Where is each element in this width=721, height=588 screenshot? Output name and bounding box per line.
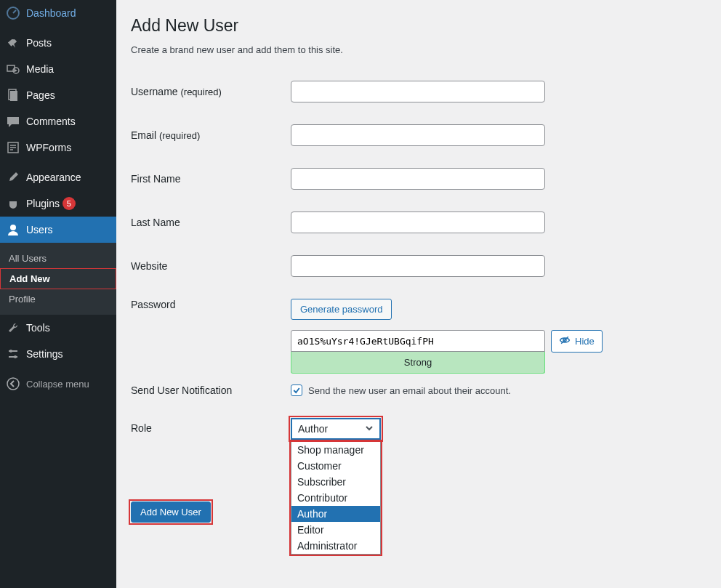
svg-point-14 [7, 378, 19, 390]
sidebar-label: Media [26, 63, 54, 75]
notification-text: Send the new user an email about their a… [308, 385, 511, 396]
sidebar-item-dashboard[interactable]: Dashboard [0, 0, 116, 26]
submenu-add-new[interactable]: Add New [0, 268, 116, 289]
label-website: Website [131, 260, 291, 272]
settings-icon [6, 347, 20, 361]
pages-icon [6, 88, 20, 102]
sidebar-label: Dashboard [26, 7, 76, 19]
role-select[interactable]: Author [291, 418, 381, 440]
plugin-icon [6, 196, 20, 211]
row-email: Email (required) [131, 113, 706, 157]
sidebar-item-settings[interactable]: Settings [0, 341, 116, 367]
sidebar-label: Settings [26, 348, 63, 360]
generate-password-button[interactable]: Generate password [291, 299, 392, 320]
sidebar-label: WPForms [26, 142, 71, 153]
sidebar-item-plugins[interactable]: Plugins 5 [0, 190, 116, 217]
sidebar-label: Users [26, 224, 53, 235]
row-username: Username (required) [131, 70, 706, 113]
comments-icon [6, 114, 20, 129]
row-website: Website [131, 244, 706, 288]
sidebar-label: Plugins [26, 198, 60, 209]
sidebar-item-posts[interactable]: Posts [0, 30, 116, 56]
role-option-administrator[interactable]: Administrator [291, 538, 380, 554]
sidebar-item-users[interactable]: Users [0, 217, 116, 243]
row-notification: Send User Notification Send the new user… [131, 374, 706, 407]
email-input[interactable] [291, 124, 545, 146]
role-dropdown: Shop manager Customer Subscriber Contrib… [291, 441, 381, 555]
sidebar-label: Appearance [26, 172, 81, 183]
sidebar-label: Tools [26, 322, 50, 334]
page-description: Create a brand new user and add them to … [131, 44, 706, 55]
row-password: Password Generate password [131, 288, 706, 320]
dashboard-icon [6, 6, 20, 20]
sidebar-item-pages[interactable]: Pages [0, 82, 116, 108]
main-content: Add New User Create a brand new user and… [116, 0, 721, 588]
svg-rect-4 [10, 91, 17, 101]
update-badge: 5 [63, 197, 76, 210]
lastname-input[interactable] [291, 212, 545, 233]
wpforms-icon [6, 140, 20, 155]
label-password: Password [131, 299, 291, 310]
role-option-author[interactable]: Author [291, 506, 380, 522]
users-submenu: All Users Add New Profile [0, 243, 116, 315]
tools-icon [6, 321, 20, 335]
username-input[interactable] [291, 81, 545, 102]
role-option-subscriber[interactable]: Subscriber [291, 474, 380, 490]
sidebar-item-appearance[interactable]: Appearance [0, 164, 116, 190]
pin-icon [6, 36, 20, 50]
label-email: Email (required) [131, 129, 291, 141]
sidebar-label: Pages [26, 89, 55, 101]
sidebar-item-media[interactable]: Media [0, 56, 116, 82]
collapse-icon [6, 376, 20, 391]
svg-point-13 [14, 355, 17, 358]
svg-point-9 [10, 225, 16, 230]
row-password-value: Strong Hide [291, 330, 706, 374]
sidebar-item-wpforms[interactable]: WPForms [0, 134, 116, 161]
collapse-menu[interactable]: Collapse menu [0, 371, 116, 397]
label-lastname: Last Name [131, 217, 291, 228]
add-new-user-button[interactable]: Add New User [131, 502, 211, 523]
media-icon [6, 62, 20, 76]
role-option-shop-manager[interactable]: Shop manager [291, 442, 380, 458]
page-title: Add New User [131, 16, 706, 36]
role-option-contributor[interactable]: Contributor [291, 490, 380, 506]
submenu-profile[interactable]: Profile [0, 289, 116, 309]
sidebar-label: Posts [26, 37, 52, 49]
row-firstname: First Name [131, 157, 706, 201]
row-lastname: Last Name [131, 201, 706, 244]
sidebar-item-tools[interactable]: Tools [0, 315, 116, 341]
eye-off-icon [559, 334, 571, 348]
role-selected: Author [298, 423, 328, 435]
password-input[interactable] [291, 330, 545, 352]
collapse-label: Collapse menu [26, 379, 89, 390]
label-role: Role [131, 418, 291, 434]
notification-checkbox[interactable] [291, 384, 302, 396]
role-option-editor[interactable]: Editor [291, 522, 380, 538]
svg-point-11 [9, 350, 12, 353]
sidebar-item-comments[interactable]: Comments [0, 108, 116, 134]
user-icon [6, 222, 20, 237]
label-firstname: First Name [131, 173, 291, 185]
hide-password-button[interactable]: Hide [551, 330, 603, 353]
password-strength: Strong [291, 352, 545, 374]
role-option-customer[interactable]: Customer [291, 458, 380, 474]
hide-label: Hide [575, 336, 595, 347]
brush-icon [6, 170, 20, 185]
admin-sidebar: Dashboard Posts Media Pages Comments WPF… [0, 0, 116, 588]
website-input[interactable] [291, 255, 545, 277]
label-username: Username (required) [131, 86, 291, 97]
submenu-all-users[interactable]: All Users [0, 249, 116, 268]
sidebar-label: Comments [26, 116, 76, 127]
chevron-down-icon [363, 422, 375, 436]
firstname-input[interactable] [291, 168, 545, 190]
row-role: Role Author Shop manager Customer Subscr… [131, 407, 706, 565]
label-notification: Send User Notification [131, 384, 291, 396]
